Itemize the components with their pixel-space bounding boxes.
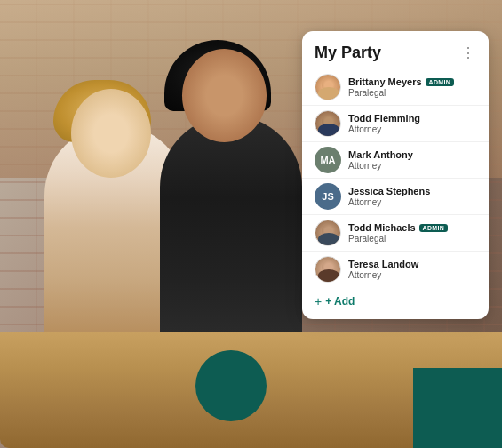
member-name: Teresa Landow	[348, 259, 418, 269]
member-name: Todd Michaels	[348, 222, 416, 233]
admin-badge: ADMIN	[426, 78, 454, 86]
list-item: Todd Flemming Attorney	[302, 105, 489, 141]
admin-badge: ADMIN	[419, 224, 448, 232]
member-role: Paralegal	[348, 88, 476, 98]
teal-circle-decoration	[195, 350, 267, 421]
member-role: Attorney	[348, 161, 476, 171]
my-party-card: My Party ⋮ Brittany Meyers ADMIN Paraleg…	[302, 31, 489, 319]
member-name: Brittany Meyers	[348, 76, 422, 87]
list-item: Brittany Meyers ADMIN Paralegal	[302, 69, 489, 105]
member-name: Jessica Stephens	[348, 186, 430, 196]
avatar: JS	[315, 183, 341, 210]
avatar	[315, 74, 341, 100]
member-name: Todd Flemming	[348, 113, 420, 124]
member-name: Mark Anthony	[348, 149, 413, 160]
avatar	[315, 256, 341, 283]
member-info: Teresa Landow Attorney	[348, 259, 476, 280]
member-list: Brittany Meyers ADMIN Paralegal Todd Fle…	[302, 69, 489, 287]
avatar	[315, 220, 341, 246]
avatar: MA	[315, 147, 341, 173]
list-item: JS Jessica Stephens Attorney	[302, 178, 489, 214]
plus-icon: +	[315, 294, 322, 308]
member-role: Attorney	[348, 124, 476, 134]
member-info: Todd Michaels ADMIN Paralegal	[348, 222, 476, 244]
member-name-row: Teresa Landow	[348, 259, 476, 269]
member-name-row: Jessica Stephens	[348, 186, 476, 196]
member-info: Brittany Meyers ADMIN Paralegal	[348, 76, 476, 98]
add-member-button[interactable]: + + Add	[302, 289, 367, 312]
card-header: My Party ⋮	[302, 31, 489, 69]
member-role: Attorney	[348, 197, 476, 207]
list-item: MA Mark Anthony Attorney	[302, 141, 489, 178]
avatar	[315, 110, 341, 137]
member-name-row: Brittany Meyers ADMIN	[348, 76, 476, 87]
list-item: Todd Michaels ADMIN Paralegal	[302, 214, 489, 251]
member-name-row: Todd Michaels ADMIN	[348, 222, 476, 233]
member-name-row: Mark Anthony	[348, 149, 476, 160]
member-info: Todd Flemming Attorney	[348, 113, 476, 134]
member-role: Attorney	[348, 270, 476, 280]
card-menu-icon[interactable]: ⋮	[461, 44, 476, 61]
member-role: Paralegal	[348, 234, 476, 244]
member-info: Mark Anthony Attorney	[348, 149, 476, 171]
member-name-row: Todd Flemming	[348, 113, 476, 124]
list-item: Teresa Landow Attorney	[302, 251, 489, 287]
member-info: Jessica Stephens Attorney	[348, 186, 476, 207]
card-title: My Party	[315, 44, 381, 62]
add-label: + Add	[325, 295, 355, 308]
teal-rect-decoration	[413, 368, 502, 448]
